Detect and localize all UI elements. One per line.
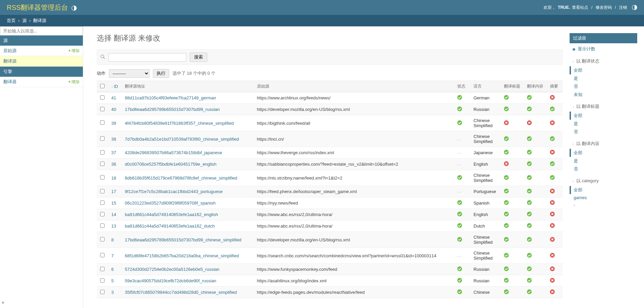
row-id-link[interactable]: 41 [111,95,116,100]
row-id-link[interactable]: 17 [111,189,116,194]
filter-option[interactable]: 否 [570,128,637,136]
col-lang[interactable]: 语言 [470,81,501,92]
sidebar-item-label[interactable]: 翻译器 [3,79,17,85]
col-addr[interactable]: 翻译源地址 [121,81,254,92]
change-password-link[interactable]: 修改密码 [596,5,612,10]
filter-option[interactable]: 全部 [570,66,637,74]
sidebar-item[interactable]: 翻译器增加 [0,77,83,87]
sidebar-collapse-icon[interactable]: « [2,300,4,305]
row-addr-link[interactable]: 7d7bdb0a4b2a51e1bd710539af783f80_chinese… [125,137,239,142]
breadcrumb-app[interactable]: 源 [22,18,27,23]
row-checkbox[interactable] [100,150,105,155]
row-checkbox[interactable] [100,175,105,180]
filter-title[interactable]: 以 翻译内容 [570,139,637,149]
col-ttitle[interactable]: 翻译标题 [501,81,524,92]
row-addr-link[interactable]: 06c201223ed3527d909f29f8f059708f_spanish [125,200,215,206]
filter-title[interactable]: 以 翻译状态 [570,56,637,66]
breadcrumb-home[interactable]: 首页 [7,18,16,23]
sidebar-item[interactable]: 原始源增加 [0,46,83,56]
col-summary[interactable]: 摘要 [547,81,563,92]
row-addr-link[interactable]: 8db618b35f615d179ce67968d78fc8ef_chinese… [125,175,237,181]
col-status[interactable]: 状态 [454,81,470,92]
filter-title[interactable]: 以 翻译标题 [570,101,637,112]
row-addr-link[interactable]: 9f12ce7f1e7c5c28bab1cac1fbbd2443_portugu… [125,189,223,194]
sidebar-item-label[interactable]: 原始源 [3,48,17,54]
filter-title[interactable]: 以 category [570,176,637,186]
row-addr-link[interactable]: 5724d300d27254e0b2ec00a5126eb0e5_russian [125,267,220,272]
filter-option[interactable]: 否 [570,165,637,173]
row-checkbox[interactable] [100,253,105,257]
row-id-link[interactable]: 39 [111,121,116,126]
row-id-link[interactable]: 37 [111,150,116,155]
row-id-link[interactable]: 13 [111,223,116,229]
row-addr-link[interactable]: ba91d661c44a5d749140853efe1aa162_english [125,212,218,217]
filter-option[interactable]: 是 [570,157,637,165]
filter-option[interactable]: 否 [570,82,637,91]
filter-option[interactable]: 未知 [570,91,637,99]
row-id-link[interactable]: 6 [111,267,114,272]
toggle-counts[interactable]: 显示计数 [570,43,637,53]
sidebar-item-label[interactable]: 翻译源 [3,58,17,64]
col-tcontent[interactable]: 翻译内容 [524,81,547,92]
row-checkbox[interactable] [100,120,105,125]
row-checkbox[interactable] [100,189,105,193]
row-checkbox[interactable] [100,278,105,283]
col-origin[interactable]: 原始源 [254,81,454,92]
filter-option[interactable]: 全部 [570,186,637,194]
row-checkbox[interactable] [100,267,105,271]
view-site-link[interactable]: 查看站点 [572,5,588,10]
row-id-link[interactable]: 14 [111,212,116,217]
sidebar-add-link[interactable]: 增加 [68,79,79,85]
select-all-checkbox[interactable] [100,84,105,88]
row-checkbox[interactable] [100,212,105,216]
action-select[interactable]: --------- [109,69,150,78]
row-id-link[interactable]: 40 [111,107,116,112]
check-icon [527,136,532,141]
search-input[interactable] [109,53,186,62]
content: 选择 翻译源 来修改 搜索 动作 --------- 执行 选中了 18 个中的… [97,33,563,298]
row-checkbox[interactable] [100,136,105,141]
row-id-link[interactable]: 8 [111,237,114,242]
filter-option[interactable]: 是 [570,74,637,82]
row-id-link[interactable]: 15 [111,200,116,206]
row-addr-link[interactable]: 35f5fcf07c865078944cc7dd498d28d0_chinese… [125,290,237,295]
filter-option[interactable]: 全部 [570,112,637,120]
row-checkbox[interactable] [100,200,105,205]
row-lang: Portuguese [470,186,501,197]
row-addr-link[interactable]: ba91d661c44a5d749140853efe1aa162_dutch [125,223,215,229]
row-id-link[interactable]: 5 [111,278,114,283]
row-addr-link[interactable]: 17bd6eaa6d295789b655015d7307bd99_chinese… [125,237,242,242]
row-checkbox[interactable] [100,107,105,111]
logout-link[interactable]: 注销 [619,5,627,10]
filter-option[interactable]: 是 [570,120,637,128]
row-id-link[interactable]: 38 [111,137,116,142]
row-addr-link[interactable]: 4208de296839507b86a573674b158dbf_japanes… [125,150,222,155]
row-addr-link[interactable]: 68f1d68fe47158b2b657ba20d218a0ba_chinese… [125,253,239,258]
filter-option[interactable]: games [570,194,637,201]
row-checkbox[interactable] [100,95,105,100]
row-addr-link[interactable]: d0c00706ce5257f5bdbfe1e60451759e_english [125,162,216,167]
row-addr-link[interactable]: 59e3cac490575dd19cefb72dcb6de90f_russian [125,278,216,283]
sidebar-add-link[interactable]: 增加 [68,48,79,54]
row-id-link[interactable]: 18 [111,175,116,181]
row-id-link[interactable]: 36 [111,162,116,167]
row-checkbox[interactable] [100,223,105,228]
row-addr-link[interactable]: 17bd6eaa6d295789b655015d7307bd99_russian [125,107,220,112]
row-addr-link[interactable]: 98d11ca97b105c4f93efeee7fca27149_german [125,95,216,100]
row-checkbox[interactable] [100,290,105,294]
row-addr-link[interactable]: 4f4784fcb80f54839e81f761863ff357_chinese… [125,121,234,126]
brand[interactable]: RSS翻译器管理后台 [7,3,77,12]
sidebar-item[interactable]: 翻译源 [0,56,83,67]
theme-toggle-icon[interactable] [71,5,77,10]
search-button[interactable]: 搜索 [190,52,207,62]
filter-option[interactable]: - [570,201,637,208]
go-button[interactable]: 执行 [153,69,169,78]
row-checkbox[interactable] [100,237,105,241]
row-checkbox[interactable] [100,162,105,166]
theme-toggle-icon-right[interactable] [632,5,637,10]
filter-option[interactable]: 全部 [570,149,637,157]
row-id-link[interactable]: 7 [111,253,114,258]
row-id-link[interactable]: 3 [111,290,114,295]
sidebar-filter-input[interactable] [0,26,83,35]
col-id[interactable]: ID [108,81,121,92]
